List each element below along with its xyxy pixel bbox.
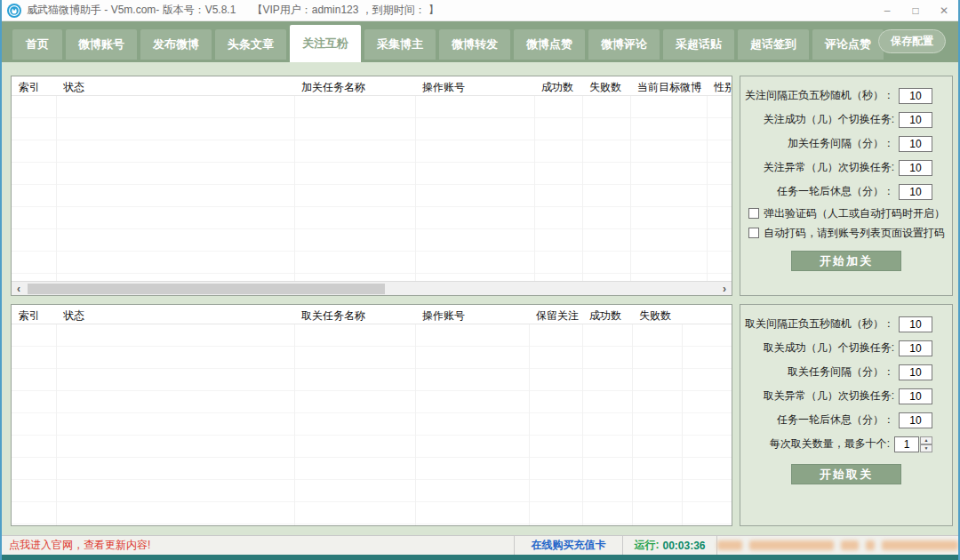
- follow-error-switch-input[interactable]: [899, 160, 932, 176]
- auto-captcha-checkbox[interactable]: [748, 228, 759, 238]
- column-gridline: [630, 96, 631, 281]
- scroll-left-arrow-icon[interactable]: ‹: [12, 282, 26, 296]
- follow-task-interval-input[interactable]: [899, 136, 932, 152]
- popup-captcha-checkbox[interactable]: [748, 208, 759, 219]
- checkbox-row: 自动打码，请到账号列表页面设置打码: [740, 223, 952, 243]
- field-label: 关注间隔正负五秒随机（秒）：: [745, 88, 894, 103]
- column-gridline: [294, 324, 295, 525]
- horizontal-scrollbar[interactable]: ‹ ›: [12, 281, 732, 295]
- tab-home[interactable]: 首页: [12, 29, 62, 60]
- minimize-button[interactable]: –: [873, 0, 901, 21]
- follow-table-header-row: 索引 状态 加关任务名称 操作账号 成功数 失败数 当前目标微博 性别: [12, 76, 732, 96]
- tab-follow-mutual[interactable]: 关注互粉: [290, 25, 361, 62]
- setting-row: 取关异常（几）次切换任务:: [740, 384, 952, 408]
- follow-task-table: 索引 状态 加关任务名称 操作账号 成功数 失败数 当前目标微博 性别 ‹: [11, 76, 732, 296]
- setting-row: 关注异常（几）次切换任务:: [740, 156, 952, 180]
- field-label: 每次取关数量，最多十个:: [770, 436, 890, 452]
- official-site-link[interactable]: 点我进入官网，查看更新内容!: [2, 536, 514, 555]
- checkbox-label: 自动打码，请到账号列表页面设置打码: [764, 226, 945, 241]
- window-title: 威武猫微博助手 - V5m.com- 版本号：V5.8.1: [27, 3, 236, 18]
- setting-row: 每次取关数量，最多十个: ▲ ▼: [740, 432, 952, 456]
- field-label: 任务一轮后休息（分）：: [777, 412, 894, 428]
- field-label: 加关任务间隔（分）：: [788, 136, 894, 151]
- column-header-fail-count: 失败数: [632, 305, 732, 324]
- column-header-follow-task-name: 加关任务名称: [294, 76, 415, 95]
- column-gridline: [582, 96, 583, 281]
- vip-info: 【VIP用户：admin123 ，到期时间： 】: [252, 3, 439, 18]
- scrollbar-track[interactable]: [26, 282, 717, 296]
- unfollow-interval-input[interactable]: [899, 316, 932, 332]
- start-unfollow-button[interactable]: 开始取关: [791, 464, 901, 484]
- tab-collect-supertopic-posts[interactable]: 采超话贴: [663, 29, 734, 60]
- field-label: 关注成功（几）个切换任务:: [764, 112, 894, 127]
- tab-headline-articles[interactable]: 头条文章: [215, 29, 286, 60]
- checkbox-label: 弹出验证码（人工或自动打码时开启）: [764, 206, 945, 221]
- redacted-text: [882, 540, 958, 550]
- follow-table-body: [12, 96, 732, 281]
- field-label: 取关间隔正负五秒随机（秒）：: [745, 316, 894, 332]
- column-header-current-target-weibo: 当前目标微博: [630, 76, 707, 95]
- scrollbar-thumb[interactable]: [28, 284, 385, 294]
- follow-interval-input[interactable]: [899, 88, 932, 104]
- setting-row: 关注成功（几）个切换任务:: [740, 108, 952, 132]
- follow-rest-after-round-input[interactable]: [899, 184, 932, 200]
- tab-publish-weibo[interactable]: 发布微博: [140, 29, 212, 60]
- app-window: 威武猫微博助手 - V5m.com- 版本号：V5.8.1 【VIP用户：adm…: [0, 0, 960, 560]
- save-config-button[interactable]: 保存配置: [878, 29, 946, 53]
- tab-weibo-comment[interactable]: 微博评论: [588, 29, 660, 60]
- app-icon: [7, 4, 21, 18]
- field-label: 取关成功（几）个切换任务:: [764, 340, 894, 356]
- maximize-button[interactable]: □: [901, 0, 930, 21]
- column-header-status: 状态: [56, 305, 294, 324]
- column-gridline: [529, 324, 530, 525]
- column-header-index: 索引: [12, 305, 56, 324]
- status-bar: 点我进入官网，查看更新内容! 在线购买充值卡 运行: 00:03:36: [2, 535, 958, 555]
- scroll-right-arrow-icon[interactable]: ›: [717, 282, 732, 296]
- setting-row: 加关任务间隔（分）：: [740, 132, 952, 156]
- column-header-operating-account: 操作账号: [415, 76, 534, 95]
- unfollow-error-switch-input[interactable]: [899, 388, 932, 404]
- tab-collect-bloggers[interactable]: 采集博主: [364, 29, 436, 60]
- unfollow-rest-after-round-input[interactable]: [899, 412, 932, 428]
- tab-weibo-accounts[interactable]: 微博账号: [66, 29, 137, 60]
- setting-row: 取关成功（几）个切换任务:: [740, 336, 952, 360]
- checkbox-row: 弹出验证码（人工或自动打码时开启）: [740, 204, 952, 223]
- main-content: 索引 状态 加关任务名称 操作账号 成功数 失败数 当前目标微博 性别 ‹: [2, 62, 958, 535]
- redacted-text: [717, 540, 742, 550]
- unfollow-success-switch-input[interactable]: [899, 340, 932, 356]
- setting-row: 取关间隔正负五秒随机（秒）：: [740, 312, 952, 336]
- field-label: 任务一轮后休息（分）：: [777, 184, 894, 199]
- tab-weibo-like[interactable]: 微博点赞: [514, 29, 585, 60]
- start-follow-button[interactable]: 开始加关: [791, 251, 901, 271]
- column-header-keep-follow: 保留关注: [529, 305, 582, 324]
- unfollow-batch-count-stepper[interactable]: [894, 436, 919, 452]
- window-bottom-border: [2, 555, 958, 560]
- stepper-down-icon[interactable]: ▼: [920, 444, 932, 452]
- run-timer-value: 00:03:36: [662, 540, 705, 552]
- follow-success-switch-input[interactable]: [899, 112, 932, 128]
- run-timer-label: 运行:: [634, 538, 659, 553]
- follow-settings-panel: 关注间隔正负五秒随机（秒）： 关注成功（几）个切换任务: 加关任务间隔（分）： …: [740, 76, 953, 296]
- buy-recharge-card-link[interactable]: 在线购买充值卡: [514, 536, 622, 555]
- column-gridline: [682, 324, 683, 525]
- stepper-arrows: ▲ ▼: [920, 436, 932, 452]
- stepper-up-icon[interactable]: ▲: [920, 436, 932, 444]
- column-header-fail-count: 失败数: [582, 76, 630, 95]
- tab-comment-like[interactable]: 评论点赞: [812, 29, 884, 60]
- setting-row: 任务一轮后休息（分）：: [740, 180, 952, 204]
- column-header-success-count: 成功数: [582, 305, 632, 324]
- setting-row: 任务一轮后休息（分）：: [740, 408, 952, 432]
- unfollow-task-table: 索引 状态 取关任务名称 操作账号 保留关注 成功数 失败数: [11, 304, 732, 526]
- field-label: 取关异常（几）次切换任务:: [764, 388, 894, 404]
- column-gridline: [294, 96, 295, 281]
- unfollow-task-interval-input[interactable]: [899, 364, 932, 380]
- tab-bar: 首页 微博账号 发布微博 头条文章 关注互粉 采集博主 微博转发 微博点赞 微博…: [2, 21, 958, 62]
- column-header-success-count: 成功数: [534, 76, 582, 95]
- tab-weibo-repost[interactable]: 微博转发: [439, 29, 510, 60]
- column-header-gender: 性别: [707, 76, 732, 95]
- column-header-unfollow-task-name: 取关任务名称: [294, 305, 415, 324]
- tab-supertopic-checkin[interactable]: 超话签到: [738, 29, 809, 60]
- run-timer: 运行: 00:03:36: [622, 536, 716, 555]
- close-button[interactable]: ✕: [930, 0, 958, 21]
- column-header-operating-account: 操作账号: [415, 305, 529, 324]
